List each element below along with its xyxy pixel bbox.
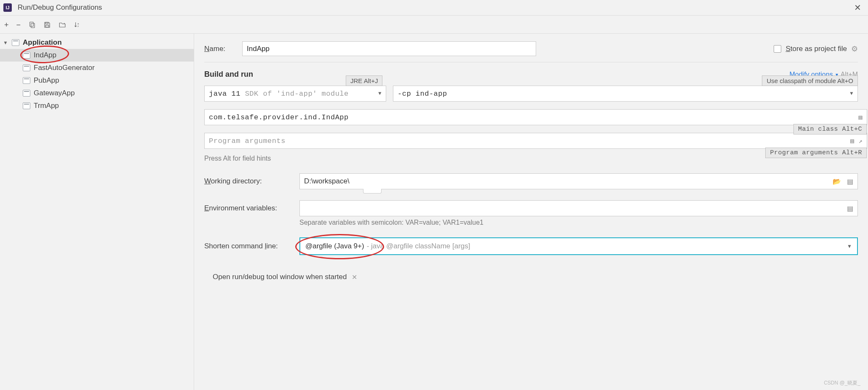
remove-config-button[interactable]: −	[16, 21, 21, 29]
run-config-icon	[23, 90, 30, 97]
env-vars-label: Environment variables:	[204, 204, 291, 212]
gear-icon[interactable]: ⚙	[851, 44, 858, 54]
field-tab-handle	[363, 189, 382, 194]
add-config-button[interactable]: +	[4, 21, 9, 29]
tree-item-pubapp[interactable]: PubApp	[0, 74, 194, 87]
classpath-select[interactable]: -cp ind-app ▼	[393, 86, 858, 102]
program-args-field[interactable]: Program arguments ▤ ↗ Program arguments …	[204, 133, 867, 149]
expand-icon[interactable]: ↗	[858, 137, 863, 145]
store-as-project-file-label: Store as project file	[785, 45, 847, 53]
tree-item-label: PubApp	[34, 76, 59, 85]
tree-item-trmapp[interactable]: TrmApp	[0, 100, 194, 112]
name-label: Name:	[204, 45, 242, 53]
main-class-value: com.telsafe.provider.ind.IndApp	[209, 113, 349, 121]
list-icon[interactable]: ▤	[858, 113, 863, 121]
list-icon[interactable]: ▤	[847, 178, 853, 186]
app-icon: IJ	[3, 3, 12, 12]
svg-rect-2	[45, 22, 48, 24]
env-vars-field[interactable]: ▤	[299, 200, 858, 216]
application-type-icon	[12, 39, 19, 46]
working-dir-value: D:\workspace\	[304, 177, 350, 186]
copy-config-button[interactable]	[28, 21, 36, 29]
chevron-down-icon: ▼	[378, 91, 382, 97]
classpath-hint: Use classpath of module Alt+O	[762, 75, 858, 86]
working-dir-field[interactable]: D:\workspace\ 📂 ▤	[299, 173, 858, 189]
chevron-down-icon: ▼	[850, 91, 853, 97]
svg-text:a: a	[77, 22, 79, 25]
templates-button[interactable]	[59, 21, 66, 29]
remove-open-option-button[interactable]: ✕	[352, 273, 357, 281]
shorten-cmd-desc: - java @argfile className [args]	[367, 242, 470, 250]
working-dir-label: Working directory:	[204, 177, 291, 186]
alt-hint: Press Alt for field hints	[204, 155, 858, 162]
save-config-button[interactable]	[43, 21, 51, 29]
list-icon[interactable]: ▤	[847, 204, 853, 212]
divider	[204, 62, 858, 62]
jre-select[interactable]: java 11 SDK of 'ind-app' module ▼	[204, 86, 386, 102]
run-config-icon	[23, 52, 30, 59]
config-tree: ▾ Application IndApp FastAutoGenerator P…	[0, 34, 194, 390]
classpath-value: -cp ind-app	[398, 90, 447, 98]
jre-value: java 11 SDK of 'ind-app' module	[209, 90, 349, 98]
shorten-cmd-value: @argfile (Java 9+)	[305, 242, 364, 250]
main: ▾ Application IndApp FastAutoGenerator P…	[0, 34, 868, 390]
tree-item-label: IndApp	[34, 51, 56, 59]
chevron-down-icon: ▾	[4, 40, 10, 46]
program-args-hint: Program arguments Alt+R	[765, 148, 867, 158]
chevron-down-icon: ▼	[847, 243, 852, 249]
svg-rect-1	[31, 23, 35, 28]
toolbar: + − az	[0, 16, 868, 34]
tree-item-gatewayapp[interactable]: GatewayApp	[0, 87, 194, 100]
main-class-field[interactable]: com.telsafe.provider.ind.IndApp ▤ Main c…	[204, 109, 867, 125]
run-config-icon	[23, 77, 30, 84]
tree-item-label: FastAutoGenerator	[34, 64, 95, 72]
svg-rect-3	[45, 25, 49, 27]
close-button[interactable]: ✕	[851, 2, 865, 13]
title-bar: IJ Run/Debug Configurations ✕	[0, 0, 868, 16]
main-class-hint: Main class Alt+C	[793, 124, 867, 134]
env-vars-hint: Separate variables with semicolon: VAR=v…	[299, 219, 858, 226]
folder-icon[interactable]: 📂	[833, 178, 841, 186]
store-as-project-file-checkbox[interactable]	[774, 45, 781, 53]
sort-button[interactable]: az	[74, 21, 81, 29]
open-tool-window-label: Open run/debug tool window when started	[213, 273, 347, 281]
run-config-icon	[23, 65, 30, 71]
tree-item-label: TrmApp	[34, 102, 59, 110]
tree-root-label: Application	[23, 38, 62, 47]
build-and-run-title: Build and run	[204, 70, 253, 79]
list-icon[interactable]: ▤	[850, 137, 855, 145]
tree-item-label: GatewayApp	[34, 89, 75, 97]
shorten-cmd-select[interactable]: @argfile (Java 9+) - java @argfile class…	[299, 237, 858, 255]
tree-item-fastautogenerator[interactable]: FastAutoGenerator	[0, 62, 194, 74]
config-form: Name: Store as project file ⚙ Build and …	[194, 34, 868, 390]
program-args-placeholder: Program arguments	[209, 137, 286, 145]
watermark: CSDN @_晓夏_	[824, 379, 860, 387]
jre-hint: JRE Alt+J	[346, 75, 382, 86]
tree-root-application[interactable]: ▾ Application	[0, 36, 194, 49]
tree-item-indapp[interactable]: IndApp	[0, 49, 194, 62]
svg-rect-0	[30, 22, 33, 27]
svg-text:z: z	[77, 25, 79, 27]
shorten-cmd-label: Shorten command line:	[204, 242, 291, 250]
window-title: Run/Debug Configurations	[18, 3, 851, 12]
run-config-icon	[23, 102, 30, 109]
name-input[interactable]	[242, 41, 536, 56]
